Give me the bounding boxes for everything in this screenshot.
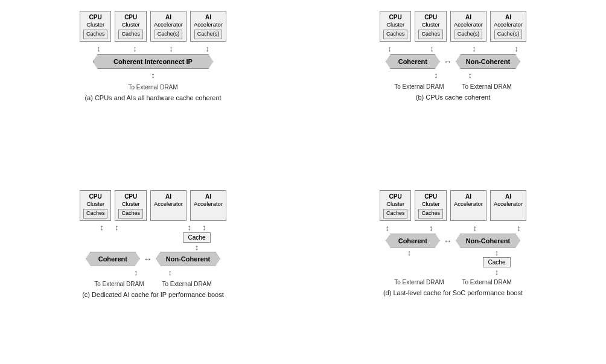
dram-label-a: To External DRAM [128, 84, 177, 91]
node-cpu1-b: CPU Cluster Caches [380, 11, 412, 42]
cache-tag: Caches [118, 209, 143, 219]
cache-tag: Cache(s) [194, 30, 223, 39]
horiz-arrow-d: ↔ [444, 236, 452, 246]
node-sub: Cluster [383, 200, 408, 208]
cache-tag: Caches [418, 209, 443, 219]
arrow-d4: ↕ [517, 223, 521, 232]
nodes-row-d: CPU Cluster Caches CPU Cluster Caches AI… [380, 190, 526, 221]
node-ai2-a: AI Accelerator Cache(s) [190, 11, 226, 42]
dram-row-b: To External DRAM To External DRAM [394, 81, 512, 90]
arrow-d2: ↕ [429, 223, 433, 232]
dram-right-c: To External DRAM [162, 281, 212, 287]
node-sub: Accelerator [154, 200, 183, 208]
node-top: CPU [418, 13, 443, 21]
cache-tag: Cache(s) [494, 30, 523, 39]
dram-row-c: To External DRAM To External DRAM [94, 278, 212, 287]
node-ai2-b: AI Accelerator Cache(s) [490, 11, 526, 42]
arrow-d3: ↕ [473, 223, 477, 232]
cache-tag: Cache(s) [454, 30, 483, 39]
arrow-down-right: ↕ [468, 71, 473, 80]
arrow-c3: ↕ [188, 223, 192, 232]
interconnect-banner-a: Coherent Interconnect IP [93, 54, 214, 69]
nodes-row-c: CPU Cluster Caches CPU Cluster Caches AI… [80, 190, 226, 221]
arrow-down-left-d: ↕ [407, 248, 412, 257]
arrow-c1: ↕ [100, 223, 104, 232]
node-ai1-d: AI Accelerator [450, 190, 486, 221]
node-sub: Accelerator [494, 200, 523, 208]
caption-b: (b) CPUs cache coherent [416, 94, 491, 101]
arrow-down-left-c: ↕ [134, 268, 138, 277]
arrow-c4: ↕ [202, 223, 206, 232]
dram-left-d: To External DRAM [394, 279, 444, 286]
node-sub: Accelerator [154, 21, 183, 28]
arrow-cache-d-bottom: ↕ [495, 267, 499, 276]
node-top: AI [194, 13, 223, 21]
arrow-cache-c: ↕ [195, 243, 199, 252]
nodes-row-b: CPU Cluster Caches CPU Cluster Caches AI… [380, 11, 526, 42]
node-top: CPU [83, 13, 108, 21]
node-ai2-d: AI Accelerator [490, 190, 526, 221]
node-top: AI [454, 13, 483, 21]
node-ai1-a: AI Accelerator Cache(s) [150, 11, 187, 42]
node-top: CPU [418, 193, 443, 200]
noncoherent-banner-c: Non-Coherent [156, 252, 220, 266]
node-top: CPU [383, 13, 408, 21]
node-cpu2-c: CPU Cluster Caches [115, 190, 147, 221]
noncoherent-banner-b: Non-Coherent [456, 54, 520, 69]
dram-left-b: To External DRAM [394, 83, 444, 90]
node-cpu1-a: CPU Cluster Caches [80, 11, 112, 42]
arrow: ↕ [472, 44, 476, 53]
arrow: ↕ [97, 44, 101, 53]
node-top: AI [494, 193, 523, 200]
node-sub: Accelerator [494, 21, 523, 28]
node-cpu2-d: CPU Cluster Caches [415, 190, 447, 221]
node-sub: Cluster [118, 200, 143, 208]
node-sub: Cluster [418, 21, 443, 28]
node-sub: Accelerator [454, 200, 483, 208]
banners-row-d: Coherent ↔ Non-Coherent [386, 234, 520, 248]
coherent-banner-d: Coherent [386, 234, 440, 248]
node-sub: Accelerator [194, 21, 223, 28]
arrow: ↕ [430, 44, 434, 53]
dram-row-d: To External DRAM To External DRAM [394, 276, 512, 286]
node-sub: Cluster [418, 200, 443, 208]
cache-tag: Caches [83, 30, 108, 39]
caption-a: (a) CPUs and AIs all hardware cache cohe… [85, 94, 221, 101]
node-sub: Accelerator [454, 21, 483, 28]
node-top: AI [154, 193, 183, 200]
node-ai1-c: AI Accelerator [150, 190, 187, 221]
dram-left-c: To External DRAM [94, 281, 144, 287]
arrow-down: ↕ [151, 71, 155, 80]
node-sub: Cluster [118, 21, 143, 28]
arrow: ↕ [388, 44, 392, 53]
coherent-banner-c: Coherent [86, 252, 140, 266]
node-top: CPU [383, 193, 408, 200]
node-cpu1-d: CPU Cluster Caches [380, 190, 412, 221]
nodes-row-a: CPU Cluster Caches CPU Cluster Caches AI… [80, 11, 226, 42]
diagram-d: CPU Cluster Caches CPU Cluster Caches AI… [306, 185, 600, 359]
cache-tag: Caches [383, 30, 408, 39]
arrow: ↕ [169, 44, 173, 53]
arrow-down-right-c: ↕ [168, 268, 173, 277]
node-cpu2-b: CPU Cluster Caches [415, 11, 447, 42]
node-ai2-c: AI Accelerator [190, 190, 226, 221]
horiz-arrow: ↔ [444, 57, 452, 66]
arrow-cache-d-top: ↕ [495, 248, 499, 257]
cache-mid-c: Cache [183, 232, 211, 243]
arrow: ↕ [205, 44, 209, 53]
cache-tag: Caches [383, 209, 408, 219]
node-top: CPU [118, 13, 143, 21]
cache-tag: Caches [83, 209, 108, 219]
dram-right-d: To External DRAM [462, 279, 512, 286]
node-top: AI [454, 193, 483, 200]
diagram-a: CPU Cluster Caches CPU Cluster Caches AI… [6, 6, 300, 179]
arrow: ↕ [133, 44, 137, 53]
cache-mid-d: Cache [483, 257, 511, 267]
diagram-b: CPU Cluster Caches CPU Cluster Caches AI… [306, 6, 600, 179]
diagram-c: CPU Cluster Caches CPU Cluster Caches AI… [6, 185, 300, 359]
page: CPU Cluster Caches CPU Cluster Caches AI… [0, 0, 606, 364]
node-sub: Cluster [383, 21, 408, 28]
cache-tag: Caches [118, 30, 143, 39]
arrow: ↕ [514, 44, 518, 53]
node-top: AI [194, 193, 223, 200]
